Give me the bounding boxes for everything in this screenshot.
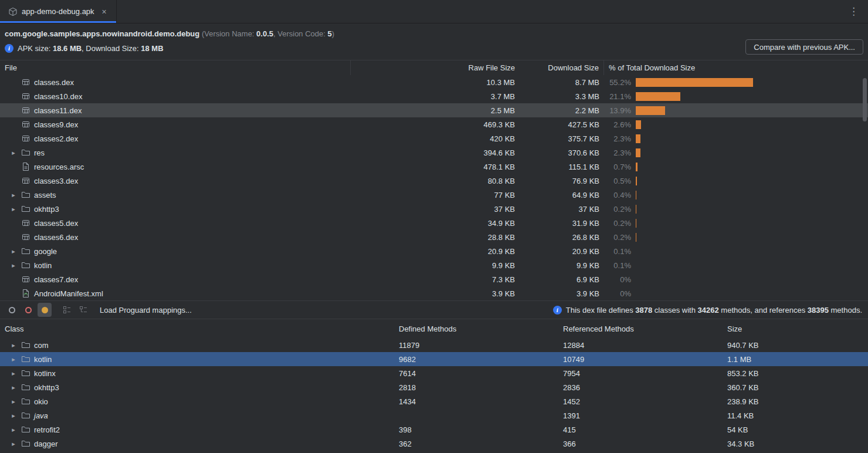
dex-file-icon: [21, 134, 30, 143]
percent-of-download: 2.3%: [604, 134, 631, 143]
folder-icon: [21, 190, 30, 200]
class-name: kotlin: [33, 355, 52, 364]
referenced-methods: 1452: [558, 397, 723, 406]
class-size: 1.1 MB: [723, 355, 868, 364]
compare-apk-button[interactable]: Compare with previous APK...: [745, 39, 863, 55]
column-header-class[interactable]: Class: [0, 324, 394, 333]
column-header-file[interactable]: File: [0, 60, 351, 75]
class-size: 940.7 KB: [723, 341, 868, 350]
expand-all-icon[interactable]: [60, 303, 74, 317]
file-table-row[interactable]: resources.arsc 478.1 KB 115.1 KB 0.7%: [0, 160, 868, 174]
chevron-right-icon[interactable]: ▸: [8, 342, 19, 349]
show-methods-icon[interactable]: [21, 303, 35, 317]
percent-bar: [636, 134, 640, 143]
column-header-raw-size[interactable]: Raw File Size: [351, 60, 520, 75]
show-fields-icon[interactable]: [5, 303, 19, 317]
version-text: (Version Name:: [199, 29, 256, 38]
defined-methods: 9682: [394, 355, 558, 364]
show-referenced-icon[interactable]: [38, 303, 52, 317]
percent-bar: [636, 219, 636, 228]
column-header-size[interactable]: Size: [723, 324, 868, 333]
chevron-right-icon[interactable]: ▸: [8, 356, 19, 363]
load-proguard-mappings-link[interactable]: Load Proguard mappings...: [100, 306, 192, 315]
chevron-right-icon[interactable]: ▸: [8, 205, 19, 213]
collapse-all-icon[interactable]: [76, 303, 90, 317]
folder-icon: [21, 354, 30, 364]
file-table-row[interactable]: AndroidManifest.xml 3.9 KB 3.9 KB 0%: [0, 286, 868, 300]
download-size: 6.9 KB: [520, 275, 604, 284]
defined-methods: 11879: [394, 341, 558, 350]
more-options-icon[interactable]: ⋮: [839, 5, 868, 18]
column-header-defined-methods[interactable]: Defined Methods: [394, 324, 558, 333]
class-table-row[interactable]: ▸ com 11879 12884 940.7 KB: [0, 338, 868, 352]
file-table-row[interactable]: ▸ kotlin 9.9 KB 9.9 KB 0.1%: [0, 258, 868, 272]
defined-methods: 2818: [394, 383, 558, 392]
class-table-row[interactable]: ▸ kotlin 9682 10749 1.1 MB: [0, 352, 868, 366]
percent-bar: [636, 191, 636, 200]
tab-apk-analyzer[interactable]: app-demo-debug.apk ×: [0, 0, 117, 23]
chevron-right-icon[interactable]: ▸: [8, 248, 19, 255]
folder-icon: [21, 246, 30, 256]
percent-bar: [636, 205, 636, 214]
percent-bar: [636, 120, 641, 129]
chevron-right-icon[interactable]: ▸: [8, 149, 19, 157]
download-size: 76.9 KB: [520, 177, 604, 185]
percent-of-download: 2.6%: [604, 120, 631, 129]
column-header-percent[interactable]: % of Total Download Size: [604, 60, 868, 75]
file-table-row[interactable]: ▸ res 394.6 KB 370.6 KB 2.3%: [0, 146, 868, 160]
chevron-right-icon[interactable]: ▸: [8, 370, 19, 377]
folder-icon: [21, 340, 30, 350]
vertical-scrollbar[interactable]: [863, 78, 867, 121]
percent-bar: [636, 233, 636, 242]
dex-file-icon: [21, 92, 30, 101]
chevron-right-icon[interactable]: ▸: [8, 440, 19, 448]
file-table-row[interactable]: classes2.dex 420 KB 375.7 KB 2.3%: [0, 131, 868, 146]
raw-file-size: 2.5 MB: [351, 106, 520, 115]
column-header-referenced-methods[interactable]: Referenced Methods: [558, 324, 723, 333]
class-table-row[interactable]: ▸ okhttp3 2818 2836 360.7 KB: [0, 380, 868, 394]
apk-analyzer-window: app-demo-debug.apk × ⋮ com.google.sample…: [0, 0, 868, 453]
arsc-file-icon: [21, 162, 30, 171]
file-table-row[interactable]: classes9.dex 469.3 KB 427.5 KB 2.6%: [0, 117, 868, 131]
percent-bar: [636, 163, 638, 171]
dex-file-icon: [21, 106, 30, 115]
chevron-right-icon[interactable]: ▸: [8, 191, 19, 199]
class-table-row[interactable]: ▸ okio 1434 1452 238.9 KB: [0, 394, 868, 408]
file-table-row[interactable]: classes5.dex 34.9 KB 31.9 KB 0.2%: [0, 216, 868, 230]
version-name: 0.0.5: [256, 29, 273, 38]
file-table-row[interactable]: classes10.dex 3.7 MB 3.3 MB 21.1%: [0, 89, 868, 103]
reference-count: 38395: [808, 306, 829, 315]
percent-bar: [636, 106, 665, 115]
column-header-download-size[interactable]: Download Size: [520, 60, 604, 75]
method-count: 34262: [698, 306, 719, 315]
file-table-row[interactable]: ▸ okhttp3 37 KB 37 KB 0.2%: [0, 202, 868, 216]
chevron-right-icon[interactable]: ▸: [8, 384, 19, 391]
class-table-row[interactable]: ▸ kotlinx 7614 7954 853.2 KB: [0, 366, 868, 380]
dex-file-icon: [21, 218, 30, 228]
file-table-row[interactable]: ▸ assets 77 KB 64.9 KB 0.4%: [0, 188, 868, 202]
chevron-right-icon[interactable]: ▸: [8, 262, 19, 269]
class-name: dagger: [33, 440, 57, 448]
file-table-row[interactable]: classes6.dex 28.8 KB 26.8 KB 0.2%: [0, 230, 868, 244]
file-table-row[interactable]: classes11.dex 2.5 MB 2.2 MB 13.9%: [0, 103, 868, 117]
chevron-right-icon[interactable]: ▸: [8, 398, 19, 405]
tab-close-icon[interactable]: ×: [101, 6, 108, 17]
chevron-right-icon[interactable]: ▸: [8, 412, 19, 420]
class-table-row[interactable]: ▸ dagger 362 366 34.3 KB: [0, 437, 868, 451]
raw-file-size: 9.9 KB: [351, 261, 520, 270]
chevron-right-icon[interactable]: ▸: [8, 426, 19, 434]
file-table-row[interactable]: classes7.dex 7.3 KB 6.9 KB 0%: [0, 272, 868, 286]
file-table-row[interactable]: classes.dex 10.3 MB 8.7 MB 55.2%: [0, 75, 868, 89]
defined-methods: 398: [394, 425, 558, 434]
file-table-row[interactable]: classes3.dex 80.8 KB 76.9 KB 0.5%: [0, 174, 868, 188]
raw-file-size: 469.3 KB: [351, 120, 520, 129]
class-name: okhttp3: [33, 383, 59, 392]
file-name: classes11.dex: [33, 106, 82, 115]
download-size: 37 KB: [520, 205, 604, 214]
class-table-row[interactable]: ▸ retrofit2 398 415 54 KB: [0, 422, 868, 437]
raw-file-size: 80.8 KB: [351, 177, 520, 185]
class-table-row[interactable]: ▸ java 1391 11.4 KB: [0, 408, 868, 422]
raw-file-size: 394.6 KB: [351, 148, 520, 157]
file-table-row[interactable]: ▸ google 20.9 KB 20.9 KB 0.1%: [0, 244, 868, 258]
percent-of-download: 21.1%: [604, 92, 631, 101]
